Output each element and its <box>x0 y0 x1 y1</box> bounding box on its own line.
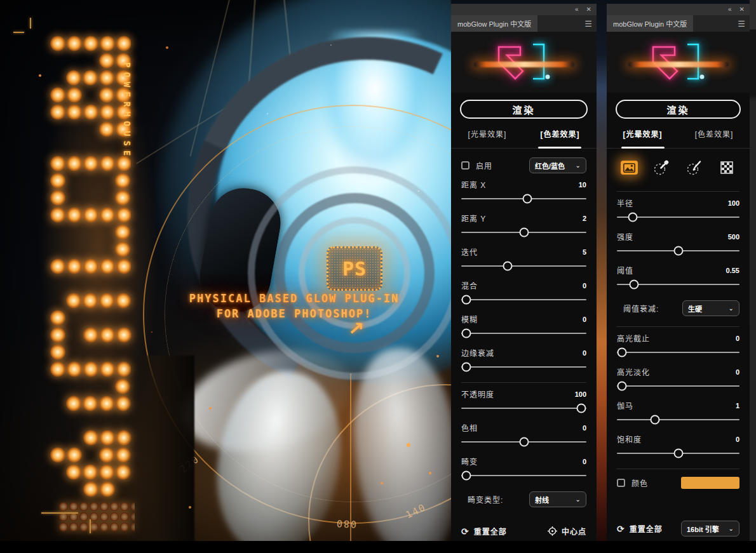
slider-group: 强度500 <box>617 231 739 259</box>
slider[interactable] <box>617 411 739 428</box>
center-point-label: 中心点 <box>562 526 586 536</box>
slider-thumb[interactable] <box>630 280 639 290</box>
brush-button[interactable] <box>685 159 703 176</box>
slider-group: 迭代5 <box>461 246 586 274</box>
slider-track <box>617 419 739 420</box>
slider-thumb[interactable] <box>461 295 471 305</box>
slider-thumb[interactable] <box>577 404 586 413</box>
controls-glow: 半径100强度500阈值0.55 阈值衰减: 生硬 ⌄ 高光截止0高光淡化0伽马… <box>607 149 750 541</box>
slider-thumb[interactable] <box>461 329 471 338</box>
transparency-button[interactable] <box>718 159 736 176</box>
effect-tabs: [光晕效果] [色差效果] <box>607 128 750 149</box>
tab-chromatic-effect[interactable]: [色差效果] <box>695 128 734 142</box>
slider-group: 高光淡化0 <box>617 366 739 394</box>
panel-title-tab[interactable]: mobGlow Plugin 中文版 <box>451 15 537 32</box>
channel-value: 红色/蓝色 <box>535 161 573 171</box>
slider-value: 0 <box>583 282 586 290</box>
slider-thumb[interactable] <box>617 348 626 357</box>
slider-value: 0.55 <box>726 267 739 274</box>
divider <box>617 469 739 469</box>
slider[interactable] <box>617 444 739 462</box>
slider-thumb[interactable] <box>503 262 512 271</box>
slider[interactable] <box>461 399 586 416</box>
reset-all-button[interactable]: ⟳ 重置全部 <box>617 523 663 534</box>
reset-all-button[interactable]: ⟳ 重置全部 <box>461 526 507 536</box>
color-checkbox[interactable] <box>617 479 625 487</box>
marquee-bulb-segment <box>58 502 135 532</box>
slider[interactable] <box>461 433 586 450</box>
slider[interactable] <box>461 324 586 342</box>
slider-thumb[interactable] <box>628 213 638 222</box>
slider-thumb[interactable] <box>673 246 683 256</box>
slider-thumb[interactable] <box>650 415 659 425</box>
distortion-type-value: 射线 <box>535 495 573 505</box>
slider[interactable] <box>617 208 739 225</box>
slider-thumb[interactable] <box>519 437 529 447</box>
slider-label: 色相 <box>461 422 478 433</box>
slider-group: 边缘衰减0 <box>461 347 586 375</box>
panel-menu-icon[interactable]: ☰ <box>733 15 750 32</box>
corner-bracket <box>13 32 24 33</box>
center-point-button[interactable]: 中心点 <box>548 526 586 536</box>
photoshop-logo-badge: PS <box>327 246 382 291</box>
engine-value: 16bit 引擎 <box>687 524 726 534</box>
panel-tabbar: mobGlow Plugin 中文版 ☰ <box>451 15 597 32</box>
marquee-bulb-segment <box>65 395 132 412</box>
panel-menu-icon[interactable]: ☰ <box>580 15 597 32</box>
color-row: 颜色 <box>617 477 739 489</box>
slider-label: 高光淡化 <box>617 366 650 377</box>
slider[interactable] <box>617 242 739 259</box>
bottom-black-bar <box>0 541 756 553</box>
distortion-type-select[interactable]: 射线 ⌄ <box>529 491 586 507</box>
slider-thumb[interactable] <box>461 363 471 372</box>
slider-group: 不透明度100 <box>461 389 586 416</box>
slider[interactable] <box>461 291 586 308</box>
engine-select[interactable]: 16bit 引擎 ⌄ <box>681 521 739 536</box>
glow-color-swatch[interactable] <box>681 477 739 489</box>
slider[interactable] <box>461 223 586 241</box>
slider-label: 混合 <box>461 280 478 291</box>
plugin-panel-chromatic: « ✕ mobGlow Plugin 中文版 ☰ 渲染 [光晕效果] [色差效果… <box>451 4 597 541</box>
hud-number: 080 <box>335 517 357 530</box>
close-panel-icon[interactable]: ✕ <box>586 6 591 13</box>
slider-thumb[interactable] <box>673 449 683 458</box>
slider-label: 边缘衰减 <box>461 347 494 358</box>
slider-thumb[interactable] <box>523 194 532 204</box>
render-button[interactable]: 渲染 <box>616 100 741 119</box>
channel-select[interactable]: 红色/蓝色 ⌄ <box>529 157 586 173</box>
slider[interactable] <box>461 358 586 375</box>
tab-chromatic-effect[interactable]: [色差效果] <box>540 128 579 142</box>
image-source-button[interactable] <box>621 161 638 175</box>
threshold-falloff-select[interactable]: 生硬 ⌄ <box>682 300 739 316</box>
slider[interactable] <box>617 276 739 293</box>
slider-label: 半径 <box>617 197 633 208</box>
slider-group: 伽马1 <box>617 400 739 428</box>
slider-group: 距离 Y2 <box>461 213 586 241</box>
slider-label: 饱和度 <box>617 434 642 444</box>
slider[interactable] <box>461 467 586 484</box>
render-button[interactable]: 渲染 <box>460 100 588 119</box>
slider[interactable] <box>617 377 739 394</box>
tab-glow-effect[interactable]: [光晕效果] <box>623 128 663 142</box>
slider-thumb[interactable] <box>461 471 471 481</box>
ps-badge-text: PS <box>342 258 367 280</box>
tab-glow-effect[interactable]: [光晕效果] <box>468 128 507 142</box>
collapse-panel-icon[interactable]: « <box>575 6 579 13</box>
close-panel-icon[interactable]: ✕ <box>739 6 745 13</box>
slider[interactable] <box>461 190 586 207</box>
app-window: PS PHYSICAL BASED GLOW PLUG-IN FOR ADOBE… <box>0 0 756 553</box>
collapse-panel-icon[interactable]: « <box>728 6 732 13</box>
slider-label: 迭代 <box>461 246 478 257</box>
slider[interactable] <box>617 343 739 361</box>
enable-checkbox[interactable] <box>461 161 469 170</box>
panel-title-tab[interactable]: mobGlow Plugin 中文版 <box>607 15 693 32</box>
slider-value: 0 <box>583 316 586 323</box>
chevron-down-icon: ⌄ <box>729 305 734 312</box>
slider-thumb[interactable] <box>519 228 529 237</box>
headline-line1: PHYSICAL BASED GLOW PLUG-IN <box>138 292 450 305</box>
marquee-bulb-segment <box>50 361 131 378</box>
eyedropper-button[interactable] <box>652 159 670 176</box>
slider[interactable] <box>461 257 586 274</box>
corner-bracket <box>90 519 91 533</box>
slider-thumb[interactable] <box>617 382 626 391</box>
